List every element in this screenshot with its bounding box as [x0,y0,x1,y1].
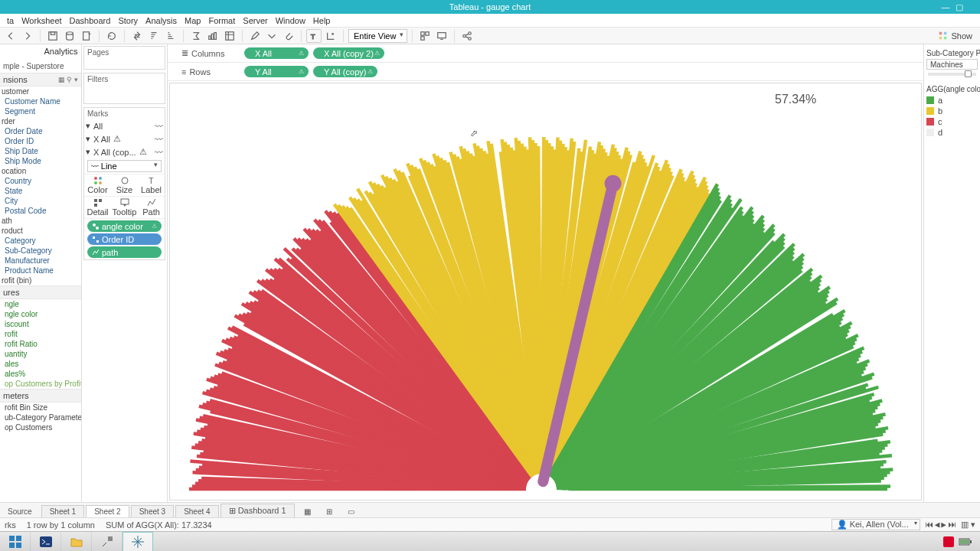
pages-card[interactable]: Pages [83,46,165,70]
col-pill-2[interactable]: X All (copy 2)⚠ [313,47,384,59]
dim-field[interactable]: Order Date [0,126,81,136]
new-worksheet-button[interactable] [79,29,94,43]
parameter-field[interactable]: ub-Category Parameter [0,412,81,422]
dim-field[interactable]: Manufacturer [0,256,81,266]
menu-worksheet[interactable]: Worksheet [18,16,65,25]
measure-field[interactable]: ngle [0,299,81,309]
dim-group[interactable]: ath [0,216,81,226]
pill-angle-color[interactable]: angle color⚠ [87,220,162,232]
measure-field[interactable]: uantity [0,349,81,359]
set-field[interactable]: op Customers by Profit [0,379,81,389]
dropdown-icon[interactable] [264,29,279,43]
sort-desc-button[interactable] [163,29,178,43]
new-dashboard-icon[interactable]: ⊞ [322,506,337,517]
measure-field[interactable]: ales [0,359,81,369]
highlight-button[interactable] [247,29,263,43]
data-source-name[interactable]: mple - Superstore [0,60,81,73]
tooltip-button[interactable]: Tooltip [111,197,138,218]
param-dropdown[interactable]: Machines [926,59,978,70]
measure-field[interactable]: rofit Ratio [0,339,81,349]
label-button[interactable]: TLabel [138,174,165,196]
dim-group[interactable]: ocation [0,166,81,176]
maximize-button[interactable]: ▢ [952,0,966,14]
task-tableau[interactable] [122,532,153,552]
dim-field[interactable]: Postal Code [0,206,81,216]
menu-analysis[interactable]: Analysis [142,16,181,25]
columns-shelf[interactable]: ≣Columns X All⚠ X All (copy 2)⚠ [168,44,923,63]
rows-shelf[interactable]: ≡Rows Y All⚠ Y All (copy)⚠ [168,63,923,81]
sheet2-tab[interactable]: Sheet 2 [86,505,129,517]
color-button[interactable]: Color [84,174,111,196]
dim-field[interactable]: Sub-Category [0,246,81,256]
measure-field[interactable]: iscount [0,319,81,329]
dim-field[interactable]: Segment [0,106,81,116]
dim-field[interactable]: State [0,186,81,196]
new-datasource-button[interactable] [62,29,77,43]
menu-format[interactable]: Format [204,16,239,25]
menu-help[interactable]: Help [309,16,335,25]
start-button[interactable] [0,532,31,552]
save-button[interactable] [45,29,60,43]
legend-item-d[interactable]: d [926,127,978,138]
mark-type-dropdown[interactable]: 〰 Line [87,160,162,172]
tab-data[interactable] [0,44,41,60]
menu-story[interactable]: Story [114,16,142,25]
menu-map[interactable]: Map [181,16,204,25]
refresh-button[interactable] [104,29,119,43]
path-button[interactable]: Path [138,197,165,218]
detail-button[interactable]: Detail [84,197,111,218]
measure-field[interactable]: ngle color [0,309,81,319]
tray-close-icon[interactable] [943,536,954,547]
menu-ta[interactable]: ta [3,16,18,25]
col-pill-1[interactable]: X All⚠ [244,47,309,59]
menu-server[interactable]: Server [239,16,271,25]
fit-dropdown[interactable]: Entire View [348,29,407,43]
back-button[interactable] [3,29,18,43]
task-powershell[interactable] [31,532,61,552]
pill-order-id[interactable]: Order ID [87,233,162,245]
cards-button[interactable] [417,29,433,43]
dim-group[interactable]: rder [0,116,81,126]
presentation-button[interactable] [434,29,449,43]
attachment-icon[interactable] [281,29,296,43]
menu-dashboard[interactable]: Dashboard [66,16,115,25]
worksheet-icon[interactable] [222,29,237,43]
row-pill-2[interactable]: Y All (copy)⚠ [313,66,377,77]
parameter-field[interactable]: op Customers [0,422,81,432]
dim-field[interactable]: Product Name [0,266,81,276]
dim-field[interactable]: City [0,196,81,206]
marks-layer-xall[interactable]: ▾ X All ⚠〰 [84,132,165,145]
marks-layer-all[interactable]: ▾ All〰 [84,119,165,132]
legend-item-a[interactable]: a [926,95,978,106]
measure-field[interactable]: rofit [0,329,81,339]
filmstrip-icon[interactable]: ▥ ▾ [961,520,975,530]
new-worksheet-icon[interactable]: ▦ [299,506,315,517]
dimensions-tools[interactable]: ▦ ⚲ ▾ [58,76,78,83]
sheet4-tab[interactable]: Sheet 4 [175,505,218,517]
menu-window[interactable]: Window [272,16,309,25]
dim-field[interactable]: Ship Date [0,146,81,156]
viz-viewport[interactable]: 57.34% ⬀ [169,83,922,500]
sort-asc-button[interactable] [146,29,162,43]
dashboard1-tab[interactable]: ⊞Dashboard 1 [220,504,295,517]
paging-controls[interactable]: ⏮◀▶⏭ [925,520,956,530]
close-button[interactable] [966,0,980,14]
size-button[interactable]: Size [111,174,138,196]
group-button[interactable] [205,29,220,43]
row-pill-1[interactable]: Y All⚠ [244,66,309,77]
filters-card[interactable]: Filters [83,73,165,104]
tab-analytics[interactable]: Analytics [41,44,81,60]
measure-field[interactable]: ales% [0,369,81,379]
fix-axes-button[interactable] [323,29,338,43]
parameter-field[interactable]: rofit Bin Size [0,403,81,412]
dim-group[interactable]: rofit (bin) [0,276,81,285]
new-story-icon[interactable]: ▭ [343,506,359,517]
showme-button[interactable]: Show [938,31,977,41]
task-explorer[interactable] [61,532,92,552]
mark-labels-button[interactable]: T [306,29,322,43]
dim-field[interactable]: Order ID [0,136,81,146]
user-dropdown[interactable]: 👤 Kei, Allen (Vol... [831,519,920,530]
sheet1-tab[interactable]: Sheet 1 [41,505,84,517]
dim-field[interactable]: Customer Name [0,96,81,106]
dim-field[interactable]: Ship Mode [0,156,81,166]
